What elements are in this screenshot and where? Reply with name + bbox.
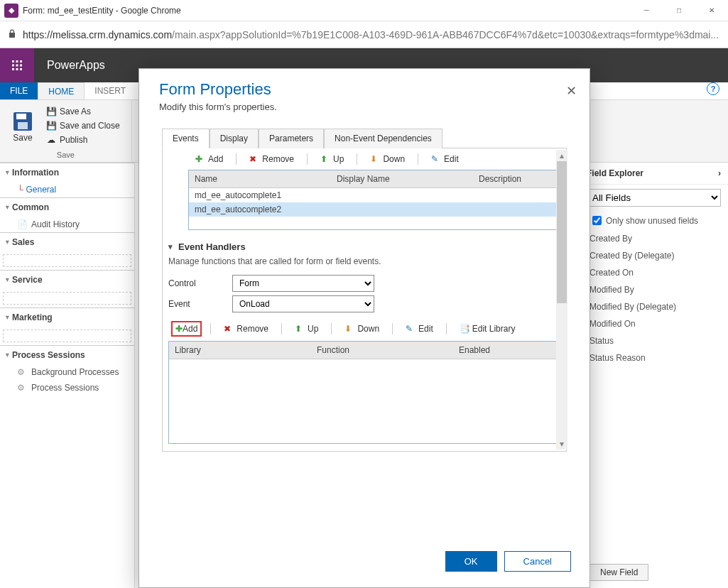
field-item[interactable]: Created By (Delegate) — [580, 247, 728, 264]
app-name: PowerApps — [47, 59, 105, 72]
plus-icon: ✚ — [195, 154, 205, 164]
control-select[interactable]: Form — [232, 275, 374, 292]
event-select[interactable]: OnLoad — [232, 295, 374, 312]
close-icon[interactable]: ✕ — [566, 83, 577, 99]
scroll-up-icon[interactable]: ▴ — [556, 150, 567, 161]
library-toolbar: ✚Add ✖Remove ⬆Up ⬇Down ✎Edit — [188, 148, 560, 170]
field-item[interactable]: Modified On — [580, 315, 728, 332]
cancel-button[interactable]: Cancel — [504, 551, 571, 572]
handler-grid: Library Function Enabled — [168, 341, 560, 444]
lock-icon — [7, 28, 17, 40]
event-handlers-heading[interactable]: Event Handlers — [168, 241, 560, 252]
tab-events[interactable]: Events — [162, 129, 210, 148]
field-explorer: Field Explorer › All Fields Only show un… — [579, 163, 728, 588]
svg-rect-4 — [16, 65, 18, 67]
nav-audit-history[interactable]: 📄Audit History — [0, 217, 134, 232]
scroll-down-icon[interactable]: ▾ — [556, 438, 567, 450]
window-maximize-button[interactable]: □ — [663, 0, 695, 21]
field-item[interactable]: Modified By (Delegate) — [580, 298, 728, 315]
save-button[interactable]: Save — [6, 103, 40, 149]
nav-process-sessions[interactable]: Process Sessions — [0, 346, 134, 364]
field-item[interactable]: Created By — [580, 230, 728, 247]
window-close-button[interactable]: ✕ — [695, 0, 728, 21]
col-display[interactable]: Display Name — [331, 170, 473, 187]
app-launcher-icon[interactable] — [0, 48, 34, 82]
form-properties-dialog: Form Properties Modify this form's prope… — [138, 68, 590, 588]
svg-rect-7 — [16, 68, 18, 70]
svg-rect-2 — [20, 60, 22, 62]
library-row[interactable]: md_ee_autocomplete2 — [189, 202, 560, 217]
field-filter-select[interactable]: All Fields — [587, 189, 721, 207]
address-bar[interactable]: https://melissa.crm.dynamics.com /main.a… — [0, 21, 728, 48]
nav-general[interactable]: └General — [0, 182, 134, 197]
save-close-button[interactable]: 💾Save and Close — [43, 119, 123, 133]
field-item[interactable]: Status — [580, 332, 728, 349]
field-item[interactable]: Modified By — [580, 281, 728, 298]
save-label: Save — [13, 133, 32, 143]
handler-edit-library-button[interactable]: 📑Edit Library — [455, 322, 520, 335]
arrow-up-icon: ⬆ — [295, 324, 305, 334]
tab-parameters[interactable]: Parameters — [259, 129, 324, 148]
nav-service[interactable]: Service — [0, 271, 134, 289]
help-icon[interactable]: ? — [707, 82, 719, 95]
tab-non-event-deps[interactable]: Non-Event Dependencies — [324, 129, 442, 148]
event-label: Event — [168, 299, 232, 309]
tab-home[interactable]: HOME — [38, 82, 85, 99]
gear-icon: ⚙ — [17, 383, 27, 393]
lib-add-button[interactable]: ✚Add — [191, 153, 227, 165]
svg-rect-8 — [20, 68, 22, 70]
svg-rect-6 — [12, 68, 14, 70]
arrow-down-icon: ⬇ — [370, 154, 380, 164]
chevron-right-icon[interactable]: › — [718, 168, 721, 178]
svg-rect-10 — [16, 114, 26, 119]
lib-edit-button[interactable]: ✎Edit — [427, 153, 463, 165]
library-row[interactable]: md_ee_autocomplete1 — [189, 188, 560, 202]
edit-icon: ✎ — [431, 154, 441, 164]
arrow-down-icon: ⬇ — [344, 324, 354, 334]
lib-down-button[interactable]: ⬇Down — [366, 153, 409, 165]
nav-sales[interactable]: Sales — [0, 233, 134, 251]
publish-icon: ☁ — [45, 134, 57, 146]
delete-icon: ✖ — [249, 154, 259, 164]
svg-rect-0 — [12, 60, 14, 62]
handler-up-button[interactable]: ⬆Up — [290, 322, 322, 335]
edit-icon: ✎ — [406, 324, 415, 334]
field-item[interactable]: Created On — [580, 264, 728, 281]
lib-remove-button[interactable]: ✖Remove — [245, 153, 298, 165]
col-desc[interactable]: Description — [473, 170, 560, 187]
save-close-icon: 💾 — [45, 120, 57, 131]
tab-file[interactable]: FILE — [0, 82, 38, 99]
nav-bg-processes[interactable]: ⚙Background Processes — [0, 364, 134, 380]
nav-information[interactable]: Information — [0, 163, 134, 182]
nav-common[interactable]: Common — [0, 198, 134, 217]
app-icon: ◆ — [4, 4, 18, 18]
left-nav: Information └General Common 📄Audit Histo… — [0, 163, 135, 588]
nav-ps-item[interactable]: ⚙Process Sessions — [0, 380, 134, 396]
plus-icon: ✚ — [175, 324, 183, 334]
handler-add-button[interactable]: ✚Add — [171, 321, 202, 337]
col-function[interactable]: Function — [311, 342, 453, 359]
col-library[interactable]: Library — [169, 342, 311, 359]
library-icon: 📑 — [460, 324, 469, 334]
save-group-label: Save — [6, 149, 126, 159]
new-field-button[interactable]: New Field — [590, 564, 648, 581]
scrollbar-thumb[interactable] — [557, 161, 567, 303]
field-item[interactable]: Status Reason — [580, 349, 728, 366]
handler-down-button[interactable]: ⬇Down — [340, 322, 384, 335]
nav-marketing[interactable]: Marketing — [0, 308, 134, 327]
save-as-button[interactable]: 💾Save As — [43, 104, 123, 119]
svg-rect-1 — [16, 60, 18, 62]
tab-display[interactable]: Display — [210, 129, 259, 148]
window-minimize-button[interactable]: ─ — [630, 0, 663, 21]
ok-button[interactable]: OK — [445, 551, 497, 572]
publish-button[interactable]: ☁Publish — [43, 133, 123, 147]
col-name[interactable]: Name — [189, 170, 331, 187]
handler-remove-button[interactable]: ✖Remove — [219, 322, 273, 335]
handler-edit-button[interactable]: ✎Edit — [401, 322, 438, 335]
lib-up-button[interactable]: ⬆Up — [316, 153, 348, 165]
save-as-icon: 💾 — [45, 106, 57, 117]
unused-fields-checkbox[interactable]: Only show unused fields — [580, 211, 728, 230]
field-explorer-title: Field Explorer — [587, 168, 643, 178]
col-enabled[interactable]: Enabled — [453, 342, 560, 359]
tab-insert[interactable]: INSERT — [85, 82, 136, 99]
